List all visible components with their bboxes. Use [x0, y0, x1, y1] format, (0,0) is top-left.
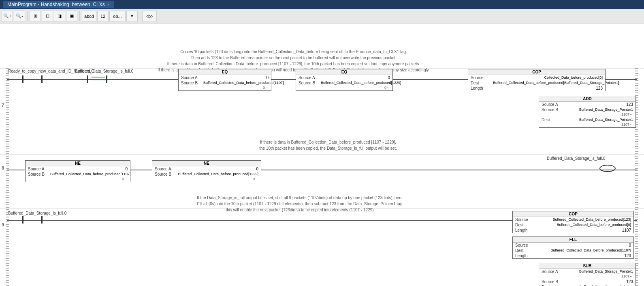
sub-dest-row: Dest Buffered_Data_Storage_Pointer1: [539, 284, 635, 286]
cop2-source-value: Buffered_Collected_Data_before_produced[…: [553, 217, 631, 222]
tag-button[interactable]: <b>: [142, 11, 157, 22]
fll-source-label: Source: [515, 243, 537, 247]
rung9-contact-symbol: [22, 216, 43, 224]
ne1-sub: 0←: [26, 177, 130, 182]
eq2-source-b-row: Source B Buffered_Collected_Data_before_…: [296, 80, 392, 86]
add-block: ADD Source A 123 Source B Buffered_Data_…: [539, 96, 636, 128]
right-rail: [635, 68, 638, 286]
eq1-sub: 0←: [179, 86, 271, 90]
ob-button[interactable]: ob...: [109, 11, 126, 22]
main-tab[interactable]: MainProgram - Handshaking_between_CLXs ×: [3, 1, 114, 8]
rung9-contact-label: Buffered_Data_Storage_is_full.0: [8, 211, 66, 215]
eq1-source-b-value: Buffered_Collected_Data_before_produced[…: [203, 81, 284, 85]
grid-button[interactable]: ▣: [66, 11, 77, 22]
add-source-b-row: Source B Buffered_Data_Storage_Pointer1: [539, 107, 635, 112]
sub-source-b-value: 123: [626, 280, 633, 284]
eq2-title: EQ: [296, 69, 392, 75]
fll-dest-value: Buffered_Collected_Data_before_produced[…: [551, 248, 631, 253]
comment-3: If the Data_Storage_is_full output bit i…: [170, 195, 429, 213]
ne2-source-a-value: 0: [256, 167, 258, 171]
cop-block-2: COP Source Buffered_Collected_Data_befor…: [512, 211, 634, 233]
eq-block-2: EQ Source A 0 Source B Buffered_Collecte…: [296, 69, 393, 91]
cop2-length-value: 1107: [622, 228, 631, 232]
dropdown-button[interactable]: ▾: [126, 11, 138, 22]
cop2-title: COP: [513, 211, 633, 217]
zoom-out-button[interactable]: 🔍-: [14, 11, 25, 22]
title-bar: MainProgram - Handshaking_between_CLXs ×: [0, 0, 644, 9]
collapse-button[interactable]: ⊟: [42, 11, 53, 22]
left-rail: [6, 68, 9, 286]
cop1-length-row: Length 123: [468, 86, 605, 91]
eq1-source-a-value: 0: [266, 75, 269, 80]
contact2-green2: [92, 80, 105, 80]
fit-button[interactable]: ⊞: [30, 11, 41, 22]
tab-title: MainProgram - Handshaking_between_CLXs: [7, 2, 105, 7]
cop1-dest-value: Buffered_Collected_Data_before_produced[…: [493, 81, 619, 85]
sub-block: SUB Source A Buffered_Data_Storage_Point…: [539, 263, 636, 286]
eq2-source-a-label: Source A: [299, 75, 321, 80]
contact2-green: [92, 77, 105, 77]
ne1-source-a-label: Source A: [28, 167, 50, 171]
ne1-source-a-value: 0: [125, 167, 128, 171]
cop2-source-label: Source: [515, 217, 537, 222]
abcd-button[interactable]: abcd: [82, 11, 96, 22]
ne2-source-b-value: Buffered_Collected_Data_before_produced[…: [178, 172, 258, 176]
fll-source-row: Source 0: [513, 243, 633, 248]
eq2-source-a-row: Source A 0: [296, 75, 392, 80]
cop2-length-label: Length: [515, 228, 537, 232]
fll-source-value: 0: [629, 243, 631, 247]
cop2-dest-label: Dest: [515, 223, 537, 227]
coil-label: Buffered_Data_Storage_is_full.0: [547, 156, 605, 161]
cop1-dest-label: Dest: [471, 81, 493, 85]
eq2-sub: 0←: [296, 86, 392, 90]
cop1-dest-row: Dest Buffered_Collected_Data_before_prod…: [468, 80, 605, 86]
cop2-dest-value: Buffered_Collected_Data_before_produced[…: [557, 223, 631, 227]
fll-length-value: 123: [624, 254, 631, 258]
eq1-source-b-row: Source B Buffered_Collected_Data_before_…: [179, 80, 271, 86]
cop1-length-value: 123: [596, 86, 603, 90]
ne1-source-a-row: Source A 0: [26, 166, 130, 172]
divider-2: [0, 154, 644, 155]
add-source-b-label: Source B: [542, 108, 564, 112]
split-button[interactable]: ◨: [54, 11, 65, 22]
toolbar: 🔍+ 🔍- ⊞ ⊟ ◨ ▣ abcd 12 ob... ▾ <b>: [0, 9, 644, 24]
ne2-source-b-label: Source B: [155, 172, 177, 176]
comment-2: If there is data in Buffered_Collection_…: [231, 139, 425, 151]
separator-3: [140, 11, 140, 21]
main-canvas: 7 8 9 Copies 10 packets (123 dints long)…: [0, 24, 644, 286]
add-title: ADD: [539, 96, 635, 102]
ne2-title: NE: [152, 161, 261, 166]
close-tab-button[interactable]: ×: [107, 2, 110, 7]
contact1-symbol: [22, 75, 43, 83]
row-label-8: 8: [2, 166, 4, 170]
add-dest-row: Dest Buffered_Data_Storage_Pointer1: [539, 117, 635, 123]
cop1-source-value: Collected_Data_before_produced[0]: [544, 75, 603, 80]
fll-length-label: Length: [515, 254, 537, 258]
fll-dest-label: Dest: [515, 248, 537, 253]
add-source-a-label: Source A: [542, 102, 564, 107]
add-source-b-sub: 1107←: [539, 112, 635, 117]
sub-source-a-value: Buffered_Data_Storage_Pointer1: [579, 269, 633, 274]
zoom-in-button[interactable]: 🔍+: [2, 11, 13, 22]
ne1-source-b-value: Buffered_Collected_Data_before_produced[…: [50, 172, 130, 176]
sub-title: SUB: [539, 263, 635, 269]
sub-source-b-row: Source B 123: [539, 279, 635, 284]
fll-title: FLL: [513, 237, 633, 243]
fll-length-row: Length 123: [513, 253, 633, 258]
cop2-dest-row: Dest Buffered_Collected_Data_before_prod…: [513, 222, 633, 228]
add-source-a-row: Source A 123: [539, 102, 635, 107]
num-button[interactable]: 12: [97, 11, 109, 22]
ne2-source-a-label: Source A: [155, 167, 177, 171]
separator-1: [27, 11, 28, 21]
add-dest-value: Buffered_Data_Storage_Pointer1: [579, 118, 633, 122]
comment-1: Copies 10 packets (123 dints long) into …: [117, 49, 470, 73]
ne-block-2: NE Source A 0 Source B Buffered_Collecte…: [152, 160, 261, 182]
ne2-source-b-row: Source B Buffered_Collected_Data_before_…: [152, 172, 261, 177]
ne1-title: NE: [26, 161, 130, 166]
eq1-source-b-label: Source B: [181, 81, 203, 85]
eq2-source-a-value: 0: [388, 75, 390, 80]
cop1-source-row: Source Collected_Data_before_produced[0]: [468, 75, 605, 80]
ne-block-1: NE Source A 0 Source B Buffered_Collecte…: [25, 160, 130, 182]
sub-source-a-row: Source A Buffered_Data_Storage_Pointer1: [539, 269, 635, 274]
ne1-source-b-row: Source B Buffered_Collected_Data_before_…: [26, 172, 130, 177]
